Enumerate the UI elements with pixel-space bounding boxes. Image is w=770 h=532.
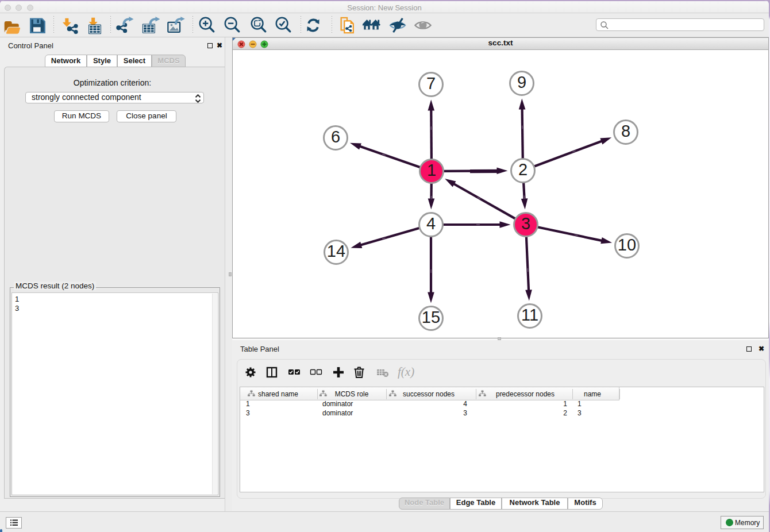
svg-text:11: 11 [521,306,538,324]
svg-text:3: 3 [521,214,530,233]
svg-text:14: 14 [327,242,345,260]
svg-text:1: 1 [427,161,436,179]
svg-text:2: 2 [518,160,528,179]
svg-text:6: 6 [331,128,340,146]
svg-text:9: 9 [517,73,526,91]
svg-text:10: 10 [618,236,636,254]
svg-text:15: 15 [422,308,440,326]
svg-text:8: 8 [621,122,630,140]
svg-text:7: 7 [426,74,436,92]
svg-text:4: 4 [426,214,436,233]
